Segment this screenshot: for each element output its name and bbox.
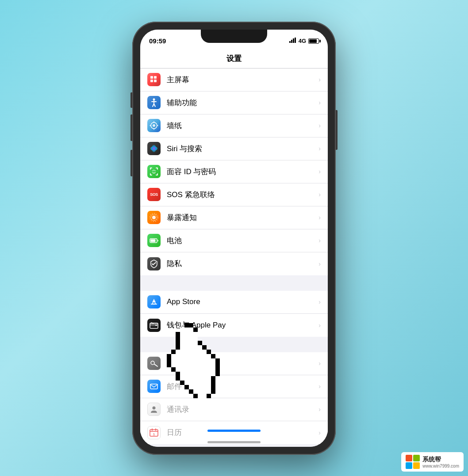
wallet-icon xyxy=(147,319,161,332)
volume-down-button xyxy=(130,150,132,176)
chevron-icon: › xyxy=(318,429,321,436)
siri-label: Siri 与搜索 xyxy=(167,144,317,154)
settings-item-wallpaper[interactable]: 墙纸 › xyxy=(140,114,328,137)
chevron-icon: › xyxy=(318,360,321,367)
svg-point-8 xyxy=(153,99,155,101)
appstore-icon xyxy=(147,295,161,308)
power-button xyxy=(336,110,338,150)
settings-item-mail[interactable]: 邮件 › xyxy=(140,375,328,398)
svg-rect-34 xyxy=(150,384,157,389)
svg-rect-3 xyxy=(295,38,296,43)
chevron-icon: › xyxy=(318,383,321,390)
battery-icon xyxy=(308,38,319,44)
passwords-icon xyxy=(147,357,161,370)
home-bar-blue xyxy=(207,430,261,432)
settings-item-privacy[interactable]: 隐私 › xyxy=(140,252,328,275)
privacy-icon xyxy=(147,257,161,270)
exposure-icon xyxy=(147,211,161,224)
section-gap-1 xyxy=(140,275,328,291)
svg-point-16 xyxy=(152,145,156,152)
volume-up-button xyxy=(130,114,132,141)
faceid-icon xyxy=(147,165,161,178)
settings-section-1: 主屏幕 › 辅助功能 › xyxy=(140,69,328,275)
watermark-text: 系统帮 www.win7999.com xyxy=(422,456,459,468)
settings-item-faceid[interactable]: 面容 ID 与密码 › xyxy=(140,160,328,183)
nav-title-bar: 设置 xyxy=(140,49,328,69)
settings-list: 主屏幕 › 辅助功能 › xyxy=(140,69,328,447)
battery-fill xyxy=(309,39,317,43)
battery-label: 电池 xyxy=(167,236,317,246)
settings-item-exposure[interactable]: 暴露通知 › xyxy=(140,206,328,229)
settings-item-accessibility[interactable]: 辅助功能 › xyxy=(140,91,328,114)
section-gap-2 xyxy=(140,337,328,352)
svg-rect-6 xyxy=(150,80,153,82)
settings-item-passwords[interactable]: 密码 › xyxy=(140,352,328,375)
status-time: 09:59 xyxy=(149,37,166,45)
settings-item-contacts[interactable]: 通讯录 › xyxy=(140,398,328,421)
settings-item-appstore[interactable]: App Store › xyxy=(140,291,328,314)
mail-label: 邮件 xyxy=(167,381,317,392)
svg-rect-5 xyxy=(154,76,157,79)
chevron-icon: › xyxy=(318,298,321,305)
phone-screen: 09:59 4G 设置 xyxy=(140,30,328,447)
volume-silent-button xyxy=(130,92,132,108)
appstore-label: App Store xyxy=(167,297,317,306)
logo-q3 xyxy=(406,462,412,469)
svg-rect-2 xyxy=(293,38,294,43)
watermark-logo xyxy=(406,455,420,469)
home-indicator xyxy=(207,441,261,443)
sos-icon: SOS xyxy=(147,188,161,201)
passwords-label: 密码 xyxy=(167,358,317,369)
homescreen-icon xyxy=(147,73,161,86)
sos-label: SOS 紧急联络 xyxy=(167,190,317,200)
wallpaper-icon xyxy=(147,119,161,132)
settings-item-homescreen[interactable]: 主屏幕 › xyxy=(140,69,328,91)
settings-item-battery[interactable]: 电池 › xyxy=(140,229,328,252)
settings-section-2: App Store › 钱包与 Apple Pay › xyxy=(140,291,328,337)
network-type: 4G xyxy=(299,38,306,44)
svg-point-18 xyxy=(155,171,156,171)
chevron-icon: › xyxy=(318,322,321,329)
mail-icon xyxy=(147,380,161,393)
homescreen-label: 主屏幕 xyxy=(167,75,317,85)
svg-point-32 xyxy=(151,361,154,365)
logo-q2 xyxy=(413,455,420,461)
calendar-icon: 1 xyxy=(147,426,161,439)
svg-rect-4 xyxy=(150,76,153,79)
svg-point-20 xyxy=(152,216,156,219)
svg-point-14 xyxy=(153,124,155,127)
accessibility-label: 辅助功能 xyxy=(167,98,317,108)
privacy-label: 隐私 xyxy=(167,259,317,269)
faceid-label: 面容 ID 与密码 xyxy=(167,167,317,177)
chevron-icon: › xyxy=(318,145,321,152)
signal-bars-icon xyxy=(289,38,296,44)
chevron-icon: › xyxy=(318,168,321,175)
logo-q1 xyxy=(406,455,412,461)
watermark: 系统帮 www.win7999.com xyxy=(401,452,464,472)
phone-frame: 09:59 4G 设置 xyxy=(132,22,336,455)
battery-settings-icon xyxy=(147,234,161,247)
svg-text:1: 1 xyxy=(153,433,155,436)
status-icons: 4G xyxy=(289,38,319,44)
svg-rect-7 xyxy=(154,80,157,82)
exposure-label: 暴露通知 xyxy=(167,213,317,223)
wallet-label: 钱包与 Apple Pay xyxy=(167,320,317,330)
settings-item-sos[interactable]: SOS SOS 紧急联络 › xyxy=(140,183,328,206)
chevron-icon: › xyxy=(318,260,321,267)
chevron-icon: › xyxy=(318,122,321,129)
notch xyxy=(201,30,267,43)
watermark-url: www.win7999.com xyxy=(422,464,459,468)
svg-rect-0 xyxy=(289,41,291,43)
svg-rect-30 xyxy=(155,325,157,326)
settings-item-wallet[interactable]: 钱包与 Apple Pay › xyxy=(140,314,328,337)
settings-item-siri[interactable]: Siri 与搜索 › xyxy=(140,137,328,160)
chevron-icon: › xyxy=(318,214,321,221)
watermark-site: 系统帮 xyxy=(422,456,459,464)
chevron-icon: › xyxy=(318,191,321,198)
chevron-icon: › xyxy=(318,237,321,244)
svg-point-17 xyxy=(153,171,153,171)
contacts-label: 通讯录 xyxy=(167,404,317,415)
page-title: 设置 xyxy=(226,53,242,64)
logo-q4 xyxy=(413,462,420,469)
calendar-label: 日历 xyxy=(167,427,317,438)
